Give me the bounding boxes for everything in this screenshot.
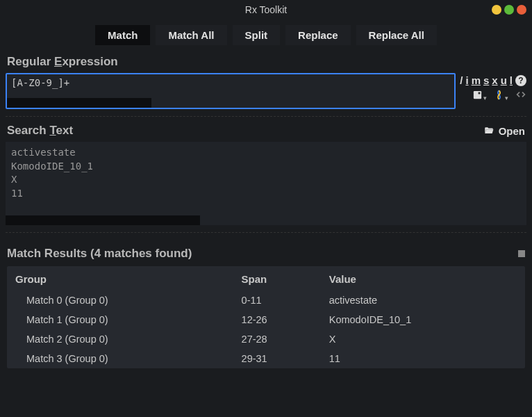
col-span[interactable]: Span: [233, 266, 321, 291]
cell-span: 12-26: [233, 310, 321, 329]
regex-label-post: xpression: [62, 55, 117, 68]
regex-label-u: E: [54, 55, 62, 68]
flag-m[interactable]: m: [472, 74, 481, 86]
col-group[interactable]: Group: [7, 266, 233, 291]
regex-delimiter: /: [460, 74, 463, 86]
regex-row: [A-Z0-9_]+ / i m s x u l ? ▾ ▾: [0, 73, 532, 109]
cell-value: X: [321, 329, 525, 349]
regex-section-label: Regular Expression: [0, 52, 532, 73]
minimize-icon[interactable]: [492, 5, 501, 15]
cell-span: 29-31: [233, 349, 321, 368]
results-label-pre: Match: [7, 247, 44, 260]
cell-value: KomodoIDE_10_1: [321, 310, 525, 329]
title-bar: Rx Toolkit: [0, 0, 532, 19]
results-label-post: esults (4 matches found): [53, 247, 192, 260]
open-button[interactable]: Open: [483, 125, 525, 137]
svg-rect-0: [474, 90, 481, 98]
cell-group: Match 3 (Group 0): [7, 349, 233, 368]
section-divider: [6, 232, 526, 233]
tab-match[interactable]: Match: [95, 25, 150, 45]
search-line: X: [11, 173, 521, 187]
tab-replace[interactable]: Replace: [285, 25, 351, 45]
stop-icon[interactable]: [518, 250, 525, 257]
flag-s[interactable]: s: [483, 74, 489, 86]
help-icon[interactable]: ?: [515, 75, 526, 86]
search-scrollbar[interactable]: [6, 215, 200, 225]
flag-i[interactable]: i: [465, 74, 468, 86]
flag-x[interactable]: x: [492, 74, 497, 86]
regex-label-pre: Regular: [7, 55, 54, 68]
code-icon[interactable]: [515, 89, 526, 102]
tab-match-all[interactable]: Match All: [156, 25, 226, 45]
col-value[interactable]: Value: [321, 266, 525, 291]
search-label-pre: Search: [7, 124, 49, 137]
flag-u[interactable]: u: [501, 74, 507, 86]
open-label: Open: [499, 125, 525, 137]
regex-value: [A-Z0-9_]+: [11, 77, 69, 88]
cell-group: Match 0 (Group 0): [7, 291, 233, 310]
search-label-post: ext: [56, 124, 74, 137]
search-line: KomodoIDE_10_1: [11, 160, 521, 174]
table-row[interactable]: Match 1 (Group 0)12-26KomodoIDE_10_1: [7, 310, 525, 329]
cell-group: Match 1 (Group 0): [7, 310, 233, 329]
regex-scrollbar[interactable]: [7, 98, 151, 108]
cell-group: Match 2 (Group 0): [7, 329, 233, 349]
tab-split[interactable]: Split: [233, 25, 281, 45]
cell-value: activestate: [321, 291, 525, 310]
flag-l[interactable]: l: [510, 74, 513, 86]
folder-open-icon: [483, 126, 494, 136]
results-table: Group Span Value Match 0 (Group 0)0-11ac…: [7, 266, 525, 368]
search-section-label: Search Text Open: [0, 121, 532, 142]
regex-flags: / i m s x u l ? ▾ ▾: [460, 73, 526, 102]
window-title: Rx Toolkit: [245, 4, 287, 15]
table-header-row: Group Span Value: [7, 266, 525, 291]
search-line: activestate: [11, 146, 521, 160]
search-label-u: T: [49, 124, 56, 137]
table-row[interactable]: Match 3 (Group 0)29-3111: [7, 349, 525, 368]
results-label-u: R: [44, 247, 53, 260]
cell-span: 0-11: [233, 291, 321, 310]
search-text-input[interactable]: activestate KomodoIDE_10_1 X 11: [6, 142, 526, 225]
tab-replace-all[interactable]: Replace All: [356, 25, 437, 45]
maximize-icon[interactable]: [504, 5, 514, 15]
cell-span: 27-28: [233, 329, 321, 349]
cell-value: 11: [321, 349, 525, 368]
results-section-label: Match Results (4 matches found): [0, 237, 532, 266]
mode-tabbar: Match Match All Split Replace Replace Al…: [0, 19, 532, 52]
section-divider: [6, 116, 526, 117]
regex-input[interactable]: [A-Z0-9_]+: [6, 73, 456, 109]
table-row[interactable]: Match 2 (Group 0)27-28X: [7, 329, 525, 349]
window-buttons: [492, 5, 526, 15]
close-icon[interactable]: [517, 5, 526, 15]
search-line: 11: [11, 187, 521, 201]
language-icon[interactable]: ▾: [494, 90, 508, 102]
export-icon[interactable]: ▾: [472, 90, 487, 102]
table-row[interactable]: Match 0 (Group 0)0-11activestate: [7, 291, 525, 310]
